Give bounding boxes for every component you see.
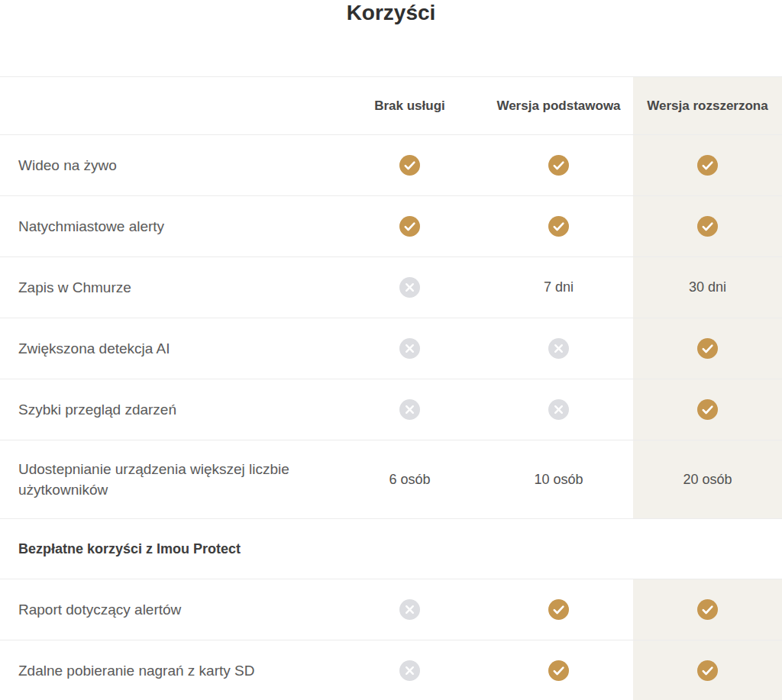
- check-icon: [399, 216, 420, 237]
- value-cell: 10 osób: [484, 440, 633, 518]
- table-row: Szybki przegląd zdarzeń: [0, 379, 782, 440]
- column-header-brak-uslugi: Brak usługi: [335, 77, 484, 134]
- value-text: 20 osób: [683, 472, 732, 488]
- cross-icon: [399, 660, 420, 681]
- value-text: 10 osób: [534, 472, 583, 488]
- check-icon: [548, 155, 569, 176]
- section-header-label: Bezpłatne korzyści z Imou Protect: [0, 519, 782, 579]
- check-icon: [697, 399, 718, 420]
- value-cell: [335, 257, 484, 318]
- row-label: Natychmiastowe alerty: [0, 196, 335, 256]
- check-icon: [399, 155, 420, 176]
- value-cell: 7 dni: [484, 257, 633, 318]
- cross-icon: [399, 599, 420, 620]
- value-cell: [484, 379, 633, 440]
- table-section-row: Bezpłatne korzyści z Imou Protect: [0, 519, 782, 579]
- value-cell: [633, 318, 782, 379]
- cross-icon: [399, 277, 420, 298]
- value-cell: [484, 135, 633, 195]
- value-cell: [335, 379, 484, 440]
- value-cell: [633, 135, 782, 195]
- value-cell: [335, 640, 484, 700]
- comparison-table: Brak usługi Wersja podstawowa Wersja roz…: [0, 76, 782, 700]
- header-label-spacer: [0, 77, 335, 134]
- check-icon: [697, 599, 718, 620]
- row-label: Zapis w Chmurze: [0, 257, 335, 318]
- page-title: Korzyści: [0, 0, 782, 76]
- check-icon: [697, 216, 718, 237]
- row-label: Wideo na żywo: [0, 135, 335, 195]
- row-label: Szybki przegląd zdarzeń: [0, 379, 335, 440]
- value-text: 6 osób: [389, 472, 430, 488]
- table-row: Wideo na żywo: [0, 135, 782, 196]
- value-cell: 6 osób: [335, 440, 484, 518]
- check-icon: [548, 599, 569, 620]
- check-icon: [697, 660, 718, 681]
- value-text: 30 dni: [689, 279, 726, 295]
- table-row: Natychmiastowe alerty: [0, 196, 782, 257]
- value-cell: [335, 579, 484, 640]
- row-label: Zdalne pobieranie nagrań z karty SD: [0, 640, 335, 700]
- value-cell: [335, 135, 484, 195]
- value-cell: [633, 196, 782, 256]
- table-row: Zapis w Chmurze7 dni30 dni: [0, 257, 782, 318]
- value-cell: [484, 640, 633, 700]
- row-label: Zwiększona detekcja AI: [0, 318, 335, 379]
- row-label: Udostepnianie urządzenia większej liczbi…: [0, 440, 335, 518]
- value-cell: [335, 196, 484, 256]
- value-cell: [335, 318, 484, 379]
- table-row: Zwiększona detekcja AI: [0, 318, 782, 379]
- check-icon: [697, 338, 718, 359]
- value-cell: 30 dni: [633, 257, 782, 318]
- row-label: Raport dotyczący alertów: [0, 579, 335, 640]
- check-icon: [697, 155, 718, 176]
- column-header-wersja-rozszerzona: Wersja rozszerzona: [633, 77, 782, 134]
- check-icon: [548, 660, 569, 681]
- column-header-wersja-podstawowa: Wersja podstawowa: [484, 77, 633, 134]
- cross-icon: [399, 338, 420, 359]
- table-row: Raport dotyczący alertów: [0, 579, 782, 640]
- table-body: Wideo na żywoNatychmiastowe alertyZapis …: [0, 135, 782, 700]
- value-cell: [633, 640, 782, 700]
- cross-icon: [399, 399, 420, 420]
- cross-icon: [548, 399, 569, 420]
- table-header-row: Brak usługi Wersja podstawowa Wersja roz…: [0, 77, 782, 135]
- cross-icon: [548, 338, 569, 359]
- value-text: 7 dni: [544, 279, 574, 295]
- value-cell: [484, 196, 633, 256]
- value-cell: [484, 318, 633, 379]
- value-cell: [633, 579, 782, 640]
- check-icon: [548, 216, 569, 237]
- value-cell: [633, 379, 782, 440]
- table-row: Udostepnianie urządzenia większej liczbi…: [0, 440, 782, 519]
- value-cell: [484, 579, 633, 640]
- table-row: Zdalne pobieranie nagrań z karty SD: [0, 640, 782, 700]
- value-cell: 20 osób: [633, 440, 782, 518]
